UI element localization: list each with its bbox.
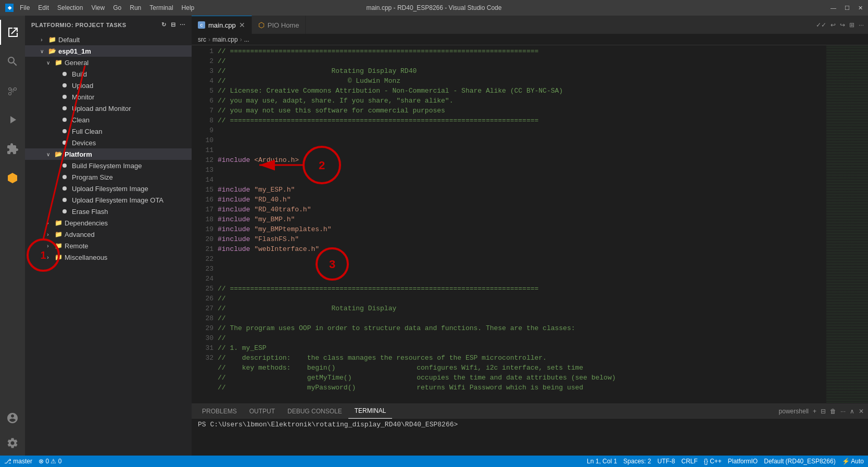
refresh-icon[interactable]: ↻ bbox=[161, 21, 167, 28]
more-actions-icon[interactable]: ··· bbox=[180, 21, 185, 28]
tab-debug-console[interactable]: DEBUG CONSOLE bbox=[281, 404, 348, 419]
tab-bar-filler bbox=[306, 16, 812, 34]
split-terminal-icon[interactable]: ⊟ bbox=[821, 408, 826, 415]
new-terminal-icon[interactable]: + bbox=[813, 408, 816, 415]
tree-label-program-size: Program Size bbox=[72, 173, 113, 181]
terminal-prompt: PS C:\Users\lbmon\Elektronik\rotating_di… bbox=[198, 421, 458, 428]
tree-label-clean: Clean bbox=[72, 116, 90, 124]
tree-label-remote: Remote bbox=[65, 242, 89, 250]
activity-platformio[interactable] bbox=[0, 166, 25, 191]
tree-item-program-size[interactable]: Program Size bbox=[25, 171, 192, 183]
tree-item-remote[interactable]: › 📁 Remote bbox=[25, 240, 192, 251]
split-editor-icon[interactable]: ⊞ bbox=[849, 21, 854, 29]
tree-item-erase-flash[interactable]: Erase Flash bbox=[25, 206, 192, 217]
tree-item-build[interactable]: Build bbox=[25, 68, 192, 80]
tab-main-cpp[interactable]: C main.cpp ✕ bbox=[192, 16, 252, 34]
line-ending[interactable]: CRLF bbox=[681, 458, 697, 465]
activity-bottom bbox=[0, 406, 25, 456]
tree-item-upload-fs-ota[interactable]: Upload Filesystem Image OTA bbox=[25, 194, 192, 206]
circle-icon-build bbox=[62, 72, 67, 76]
tree-item-dependencies[interactable]: › 📁 Dependencies bbox=[25, 217, 192, 229]
tab-terminal[interactable]: TERMINAL bbox=[348, 404, 393, 419]
more-terminal-icon[interactable]: ··· bbox=[840, 408, 846, 415]
window-controls[interactable]: — ☐ ✕ bbox=[831, 5, 863, 11]
maximize-button[interactable]: ☐ bbox=[845, 5, 850, 11]
activity-search[interactable] bbox=[0, 49, 25, 74]
activity-run-debug[interactable] bbox=[0, 107, 25, 132]
tree-item-build-filesystem[interactable]: Build Filesystem Image bbox=[25, 160, 192, 171]
tree-item-upload[interactable]: Upload bbox=[25, 80, 192, 91]
circle-icon-erase-flash bbox=[62, 209, 67, 213]
encoding[interactable]: UTF-8 bbox=[657, 458, 675, 465]
tree-item-default[interactable]: › 📁 Default bbox=[25, 34, 192, 45]
tree-item-general[interactable]: ∨ 📁 General bbox=[25, 57, 192, 68]
tree-item-monitor[interactable]: Monitor bbox=[25, 91, 192, 103]
menu-view[interactable]: View bbox=[91, 4, 105, 11]
menu-help[interactable]: Help bbox=[182, 4, 195, 11]
language-mode[interactable]: {} C++ bbox=[704, 458, 722, 465]
breadcrumb-sep-1: › bbox=[208, 36, 210, 43]
cursor-position[interactable]: Ln 1, Col 1 bbox=[587, 458, 617, 465]
circle-icon-clean bbox=[62, 118, 67, 122]
menu-bar[interactable]: File Edit Selection View Go Run Terminal… bbox=[20, 4, 194, 11]
activity-source-control[interactable] bbox=[0, 78, 25, 103]
chevron-right-icon: › bbox=[37, 35, 46, 44]
activity-settings[interactable] bbox=[0, 431, 25, 456]
pio-icon: ⬡ bbox=[258, 21, 265, 29]
folder-icon-adv: 📁 bbox=[54, 230, 62, 238]
tree-item-advanced[interactable]: › 📁 Advanced bbox=[25, 229, 192, 240]
activity-explorer[interactable] bbox=[0, 20, 25, 45]
tree-item-clean[interactable]: Clean bbox=[25, 114, 192, 125]
tree-label-advanced: Advanced bbox=[65, 231, 95, 238]
folder-icon-remote: 📁 bbox=[54, 242, 62, 250]
default-env[interactable]: Default (RD40_ESP8266) bbox=[764, 458, 835, 465]
tab-output[interactable]: OUTPUT bbox=[243, 404, 281, 419]
terminal-content[interactable]: PS C:\Users\lbmon\Elektronik\rotating_di… bbox=[192, 419, 868, 456]
tree-item-devices[interactable]: Devices bbox=[25, 137, 192, 148]
sidebar-header-icons[interactable]: ↻ ⊟ ··· bbox=[161, 21, 185, 28]
chevron-down-icon-platform: ∨ bbox=[44, 150, 52, 158]
undo-icon[interactable]: ↩ bbox=[831, 21, 836, 29]
tree-item-platform[interactable]: ∨ 📂 Platform bbox=[25, 148, 192, 160]
chevron-up-icon[interactable]: ∧ bbox=[850, 408, 854, 415]
folder-icon-platform: 📂 bbox=[54, 150, 62, 158]
redo-icon[interactable]: ↪ bbox=[840, 21, 845, 29]
title-bar-left: ❖ File Edit Selection View Go Run Termin… bbox=[5, 4, 194, 12]
chevron-right-icon-misc: › bbox=[44, 253, 52, 261]
breadcrumb-more[interactable]: ... bbox=[244, 36, 249, 43]
menu-terminal[interactable]: Terminal bbox=[149, 4, 173, 11]
breadcrumb-file[interactable]: main.cpp bbox=[212, 36, 238, 43]
spaces[interactable]: Spaces: 2 bbox=[623, 458, 651, 465]
tree-label-platform: Platform bbox=[65, 150, 92, 158]
menu-selection[interactable]: Selection bbox=[57, 4, 83, 11]
menu-file[interactable]: File bbox=[20, 4, 30, 11]
kill-terminal-icon[interactable]: 🗑 bbox=[830, 408, 836, 415]
tree-item-upload-fs[interactable]: Upload Filesystem Image bbox=[25, 183, 192, 194]
code-editor[interactable]: // =====================================… bbox=[218, 45, 826, 403]
tree-item-esp01_1m[interactable]: ∨ 📂 esp01_1m bbox=[25, 45, 192, 57]
collapse-all-icon[interactable]: ⊟ bbox=[171, 21, 176, 28]
terminal-panel: PROBLEMS OUTPUT DEBUG CONSOLE TERMINAL p… bbox=[192, 403, 868, 456]
tree-item-upload-monitor[interactable]: Upload and Monitor bbox=[25, 103, 192, 114]
git-branch[interactable]: ⎇ master bbox=[4, 458, 32, 465]
more-icon[interactable]: ··· bbox=[859, 21, 864, 29]
tree-label-default: Default bbox=[58, 36, 80, 44]
activity-extensions[interactable] bbox=[0, 136, 25, 161]
breadcrumb-sep-2: › bbox=[240, 36, 242, 43]
errors-count[interactable]: ⊗ 0 ⚠ 0 bbox=[39, 458, 61, 465]
menu-edit[interactable]: Edit bbox=[38, 4, 49, 11]
tab-close-button[interactable]: ✕ bbox=[239, 21, 245, 29]
breadcrumb-src[interactable]: src bbox=[198, 36, 206, 43]
activity-account[interactable] bbox=[0, 406, 25, 431]
close-terminal-icon[interactable]: ✕ bbox=[859, 408, 864, 415]
tab-problems[interactable]: PROBLEMS bbox=[196, 404, 243, 419]
menu-run[interactable]: Run bbox=[130, 4, 141, 11]
tree-item-misc[interactable]: › 📁 Miscellaneous bbox=[25, 251, 192, 263]
platformio-status[interactable]: PlatformIO bbox=[728, 458, 758, 465]
close-button[interactable]: ✕ bbox=[858, 5, 863, 11]
minimize-button[interactable]: — bbox=[831, 5, 836, 11]
tree-item-full-clean[interactable]: Full Clean bbox=[25, 125, 192, 137]
menu-go[interactable]: Go bbox=[113, 4, 121, 11]
tab-pio-home[interactable]: ⬡ PIO Home bbox=[252, 16, 306, 34]
tree-label-esp01_1m: esp01_1m bbox=[58, 47, 91, 55]
